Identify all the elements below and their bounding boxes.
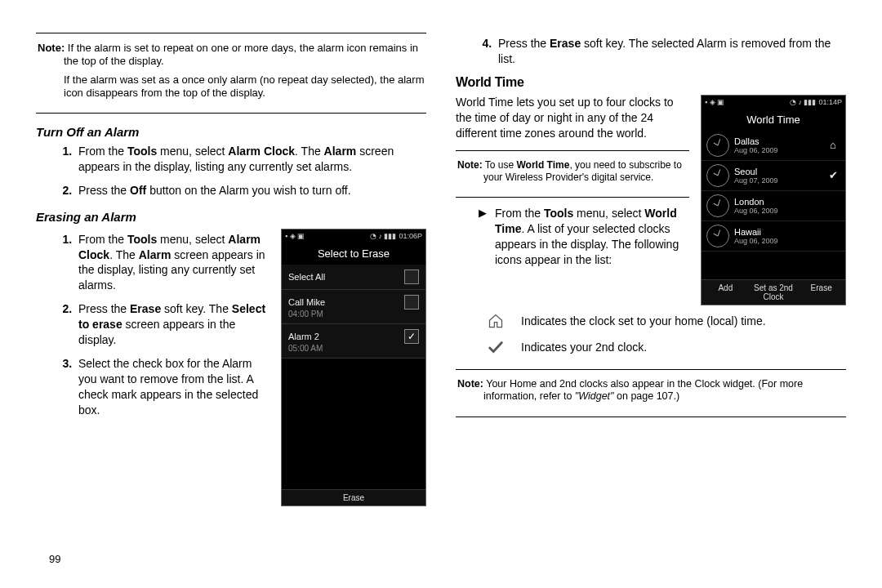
note-text: If the alarm is set to repeat on one or … [64, 42, 418, 67]
arrow-right-icon: ▶ [479, 206, 487, 268]
world-clock-row[interactable]: Hawaii Aug 06, 2009 [702, 221, 845, 252]
softkey-erase[interactable]: Erase [282, 493, 425, 502]
phone-softkeys: Add Set as 2nd Clock Erase [702, 279, 845, 305]
step-1: From the Tools menu, select Alarm Clock.… [75, 144, 426, 175]
heading-turn-off-alarm: Turn Off an Alarm [36, 125, 426, 139]
softkey-set-2nd[interactable]: Set as 2nd Clock [750, 283, 798, 301]
home-icon [485, 310, 506, 332]
phone-screenshot-erase: ▪ ◈ ▣ ◔ ♪ ▮▮▮ 01:06P Select to Erase Sel… [281, 229, 426, 506]
phone-status-bar: ▪ ◈ ▣ ◔ ♪ ▮▮▮ 01:14P [702, 96, 845, 109]
erase-step-2: Press the Erase soft key. The Select to … [75, 301, 271, 348]
world-time-instruction: ▶ From the Tools menu, select World Time… [456, 206, 689, 268]
checkbox-icon[interactable] [404, 270, 419, 284]
phone-list-row[interactable]: Select All [282, 265, 425, 290]
phone-title: World Time [702, 109, 845, 131]
phone-title: Select to Erase [282, 243, 425, 265]
heading-erasing-alarm: Erasing an Alarm [36, 210, 426, 224]
clock-icon [706, 225, 729, 247]
softkey-erase[interactable]: Erase [797, 283, 845, 301]
turn-off-steps: From the Tools menu, select Alarm Clock.… [36, 144, 426, 198]
note-label: Note: [38, 42, 65, 54]
checkbox-checked-icon[interactable]: ✓ [404, 329, 419, 344]
clock-icon [706, 194, 729, 217]
phone-softkeys: Erase [282, 489, 425, 506]
icon-legend-home: Indicates the clock set to your home (lo… [456, 310, 846, 332]
clock-icon [706, 134, 729, 157]
erase-step-4: Press the Erase soft key. The selected A… [495, 36, 846, 67]
phone-status-bar: ▪ ◈ ▣ ◔ ♪ ▮▮▮ 01:06P [282, 229, 425, 243]
note-world-time: Note: To use World Time, you need to sub… [456, 150, 689, 198]
heading-world-time: World Time [456, 75, 846, 90]
world-clock-row[interactable]: Dallas Aug 06, 2009 ⌂ [702, 131, 845, 161]
erase-step-1: From the Tools menu, select Alarm Clock.… [75, 232, 271, 294]
erase-steps-cont: Press the Erase soft key. The selected A… [456, 36, 846, 67]
clock-icon [706, 164, 729, 187]
check-icon: ✔ [826, 169, 840, 181]
world-clock-row[interactable]: Seoul Aug 07, 2009 ✔ [702, 161, 845, 191]
erase-steps: From the Tools menu, select Alarm Clock.… [36, 232, 271, 418]
home-icon: ⌂ [826, 139, 840, 151]
softkey-add[interactable]: Add [702, 283, 750, 301]
step-2: Press the Off button on the Alarm you wi… [75, 183, 426, 198]
note-alarm-repeat: Note: If the alarm is set to repeat on o… [36, 33, 426, 114]
world-clock-row[interactable]: London Aug 06, 2009 [702, 191, 845, 221]
left-column: Note: If the alarm is set to repeat on o… [36, 33, 426, 572]
erase-step-3: Select the check box for the Alarm you w… [75, 356, 271, 418]
check-icon [485, 336, 506, 358]
icon-legend-2nd: Indicates your 2nd clock. [456, 336, 846, 358]
phone-list-row[interactable]: Call Mike 04:00 PM [282, 290, 425, 324]
right-column: Press the Erase soft key. The selected A… [456, 33, 846, 572]
page-number: 99 [49, 553, 60, 565]
world-time-intro: World Time lets you set up to four clock… [456, 95, 689, 141]
note-clock-widget: Note: Your Home and 2nd clocks also appe… [456, 369, 846, 417]
phone-list-row[interactable]: Alarm 2 ✓ 05:00 AM [282, 324, 425, 359]
checkbox-icon[interactable] [404, 295, 419, 310]
phone-screenshot-world: ▪ ◈ ▣ ◔ ♪ ▮▮▮ 01:14P World Time Dallas A… [701, 95, 846, 305]
note-text-2: If the alarm was set as a once only alar… [64, 74, 425, 99]
